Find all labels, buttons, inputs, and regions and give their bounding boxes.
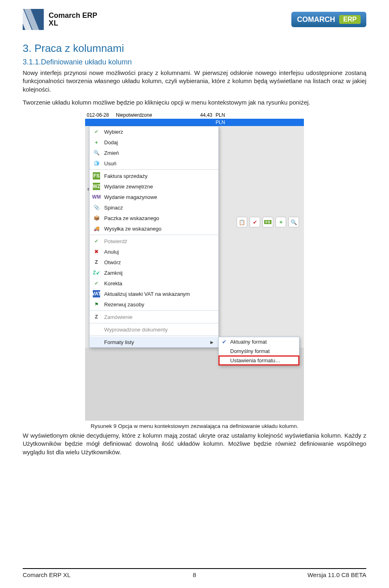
screenshot-context-menu: 012-06-28 Niepotwierdzone 44,43 PLN PLN … [85,111,304,421]
fs-icon: FS [264,220,271,224]
badge-brand: COMARCH [297,15,335,24]
wm-icon: WM [93,193,100,201]
submenu-item-label: Domyślny format [230,348,270,354]
footer-right: Wersja 11.0 C8 BETA [308,571,366,578]
grid-row-selected[interactable]: PLN [85,119,304,126]
plus-icon: ＋ [278,218,284,226]
zclose-icon: Z↙ [93,269,100,276]
brand-subname: XL [49,19,97,27]
menu-item-wydanie-magazynowe[interactable]: WMWydanie magazynowe [90,192,218,202]
menu-item-dodaj[interactable]: ＋Dodaj [90,137,218,148]
menu-item-label: Dodaj [104,139,118,145]
menu-item-wyprowadzone-dokumenty: Wyprowadzone dokumenty [90,324,218,335]
blank-icon [93,338,100,346]
wz-icon: WZ [93,183,100,190]
menu-item-label: Otwórz [104,259,121,265]
menu-item-wydanie-zewnętrzne[interactable]: WZWydanie zewnętrzne [90,181,218,192]
figure-caption: Rysunek 9 Opcja w menu kontekstowym zezw… [23,423,366,429]
menu-item-label: Zmień [104,150,119,156]
section-heading: 3. Praca z kolumnami [23,42,366,55]
context-menu[interactable]: ✔Wybierz＋Dodaj🔍Zmień🧊UsuńFSFaktura sprze… [89,126,219,348]
cell-status: Niepotwierdzone [114,111,161,119]
chevron-right-icon: ▶ [210,340,214,344]
check-icon: ✔ [93,280,100,287]
cell-currency: PLN [214,111,230,119]
check-icon: ✔ [222,339,227,345]
menu-item-faktura-sprzedaży[interactable]: FSFaktura sprzedaży [90,171,218,181]
page-header: Comarch ERP XL COMARCH ERP [23,0,366,32]
fs-button[interactable]: FS [263,217,273,227]
footer-left: Comarch ERP XL [23,571,71,578]
menu-item-zmień[interactable]: 🔍Zmień [90,148,218,158]
menu-item-wysyłka-ze-wskazanego[interactable]: 🚚Wysyłka ze wskazanego [90,223,218,234]
plus-icon: ＋ [93,139,100,146]
menu-item-label: Wyprowadzone dokumenty [104,327,168,333]
lens-icon: 🔍 [291,219,297,225]
clipboard-icon: 📋 [239,219,245,225]
cell-currency: PLN [214,119,230,126]
submenu-item-ustawienia-formatu-[interactable]: Ustawienia formatu… [219,356,299,365]
cell-date: 012-06-28 [85,111,114,119]
check-icon: ✔ [253,219,257,225]
menu-item-anuluj[interactable]: ✖Anuluj [90,246,218,257]
menu-item-potwierdź: ✔Potwierdź [90,236,218,246]
check-icon: ✔ [93,128,100,135]
menu-item-label: Anuluj [104,249,119,255]
cell-amount: 44,43 [161,111,214,119]
menu-item-usuń[interactable]: 🧊Usuń [90,158,218,169]
submenu-item-aktualny-format[interactable]: ✔Aktualny format [219,337,299,346]
paperclip-icon: 📎 [93,204,100,211]
search-button[interactable]: 🔍 [289,217,299,227]
add-button[interactable]: ＋ [276,217,286,227]
confirm-button[interactable]: ✔ [250,217,260,227]
page-footer: Comarch ERP XL 8 Wersja 11.0 C8 BETA [23,568,366,578]
menu-item-label: Spinacz [104,205,123,211]
menu-item-label: Wydanie zewnętrzne [104,184,153,190]
shipping-icon: 🚚 [93,225,100,232]
paragraph-1: Nowy interfejs przynosi nowe możliwości … [23,69,366,94]
menu-item-otwórz[interactable]: ZOtwórz [90,257,218,267]
package-icon: 📦 [93,214,100,222]
menu-item-label: Potwierdź [104,238,127,244]
paste-button[interactable]: 📋 [237,217,247,227]
fs-icon: FS [93,172,100,180]
submenu-item-label: Ustawienia formatu… [230,357,280,363]
menu-item-label: Paczka ze wskazanego [104,215,159,221]
grid-row: 012-06-28 Niepotwierdzone 44,43 PLN [85,111,304,119]
menu-item-label: Wybierz [104,129,123,135]
trash-icon: 🧊 [93,160,100,167]
menu-item-zamówienie: ZZamówienie [90,312,218,322]
menu-item-paczka-ze-wskazanego[interactable]: 📦Paczka ze wskazanego [90,213,218,223]
menu-item-label: Korekta [104,280,122,287]
menu-item-label: Faktura sprzedaży [104,173,147,179]
paragraph-2: Tworzenie układu kolumn możliwe będzie p… [23,98,366,107]
cancel-icon: ✖ [93,248,100,255]
flag-icon: ⚑ [93,301,100,308]
brand-logo-icon [23,9,44,30]
menu-item-label: Zamknij [104,270,123,276]
menu-item-label: Wysyłka ze wskazanego [104,226,162,232]
vat-icon: VAT [93,290,100,297]
check-icon: ✔ [93,237,100,245]
toolbar-right: 📋 ✔ FS ＋ 🔍 [237,217,299,227]
menu-item-wybierz[interactable]: ✔Wybierz [90,126,218,137]
subsection-heading: 3.1.1.Definiowanie układu kolumn [23,58,366,66]
brand-logo: Comarch ERP XL [23,9,97,30]
z-icon: Z [93,313,100,321]
submenu-item-domyślny-format[interactable]: Domyślny format [219,346,299,356]
menu-item-aktualizuj-stawki-vat-na-wskazanym[interactable]: VATAktualizuj stawki VAT na wskazanym [90,289,218,299]
submenu-item-label: Aktualny format [230,339,267,345]
blank-icon [93,326,100,333]
paragraph-3: W wyświetlonym oknie decydujemy, które z… [23,432,366,456]
badge-tag: ERP [339,15,361,24]
menu-item-spinacz[interactable]: 📎Spinacz [90,202,218,213]
menu-item-label: Aktualizuj stawki VAT na wskazanym [104,291,190,297]
footer-page: 8 [193,571,196,578]
submenu-formaty-listy[interactable]: ✔Aktualny formatDomyślny formatUstawieni… [218,337,299,366]
menu-item-korekta[interactable]: ✔Korekta [90,278,218,289]
menu-item-zamknij[interactable]: Z↙Zamknij [90,267,218,278]
menu-item-formaty-listy[interactable]: Formaty listy▶ [90,337,218,347]
menu-item-rezerwuj-zasoby[interactable]: ⚑Rezerwuj zasoby [90,299,218,310]
z-icon: Z [93,259,100,266]
menu-item-label: Formaty listy [104,339,134,345]
